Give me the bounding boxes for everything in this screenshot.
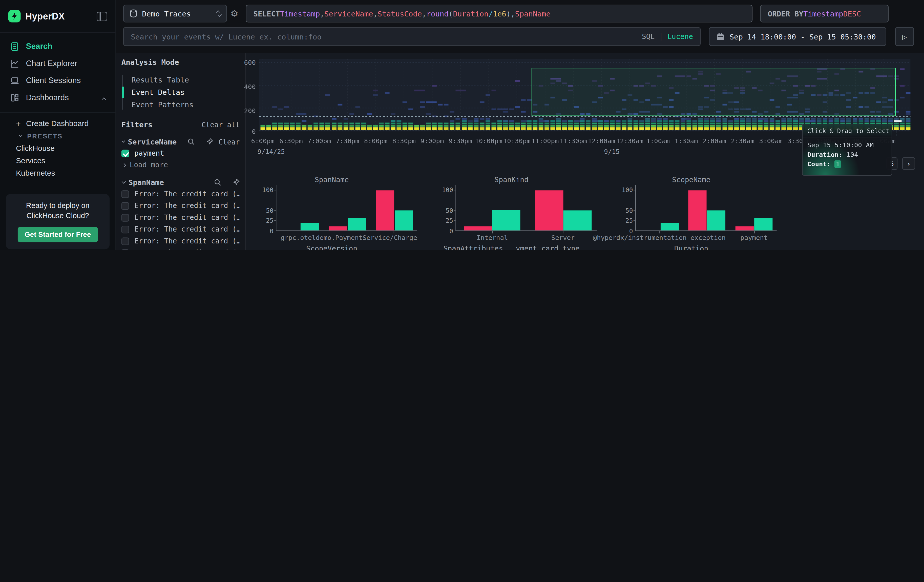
get-started-button[interactable]: Get Started for Free [17,227,98,242]
bar-pink[interactable] [688,190,707,231]
tooltip-duration: Duration: 104 [807,150,887,160]
laptop-icon [9,76,20,86]
analysis-mode-event-patterns[interactable]: Event Patterns [124,99,240,111]
filter-option-error-the-credit-card[interactable]: Error: The credit card (… [121,236,240,246]
sidebar-item-label: Dashboards [26,93,69,102]
timeline-y-tick: 200 [238,107,256,115]
sidebar: HyperDX SearchChart ExplorerClient Sessi… [0,0,116,250]
bar-green[interactable] [563,210,592,230]
bar-green[interactable] [492,210,520,231]
sidebar-item-clickhouse[interactable]: ClickHouse [0,142,116,154]
filter-option-error-the-credit-card[interactable]: Error: The credit card (… [121,200,240,211]
filter-option-label: Error: The credit card (… [134,237,240,245]
checkbox[interactable] [121,237,129,245]
tooltip-time: Sep 15 5:10:00 AM [807,141,887,150]
filter-option-payment[interactable]: payment [121,148,240,159]
plus-icon: + [16,119,21,128]
bar-green[interactable] [300,223,319,230]
bar-pink[interactable] [329,226,347,230]
next-page-button[interactable]: › [902,157,915,170]
bar-green[interactable] [395,210,413,230]
sidebar-item-client-sessions[interactable]: Client Sessions [0,72,116,89]
chart-plot [276,185,417,231]
chart-y-tick: 100 [259,186,274,193]
sidebar-item-label: Kubernetes [16,168,55,177]
analysis-mode-event-deltas[interactable]: Event Deltas [124,86,240,99]
filter-option-error-the-credit-card[interactable]: Error: The credit card (… [121,188,240,199]
sidebar-collapse-icon[interactable] [97,12,107,21]
sidebar-item-label: Chart Explorer [26,59,77,68]
analysis-mode-results-table[interactable]: Results Table [124,74,240,86]
bar-pink[interactable] [535,190,563,231]
checkbox[interactable] [121,226,129,233]
timeline-date-label: 9/15 [604,148,620,156]
checkbox[interactable] [121,214,129,221]
query-token: ( [449,9,453,18]
bar-green[interactable] [661,223,679,230]
chart-y-tick: 25 [439,217,453,224]
filter-option-error-the-credit-card[interactable]: Error: The credit card (… [121,224,240,234]
search-placeholder: Search your events w/ Lucene ex. column:… [131,32,642,41]
chart-plot [635,185,777,231]
run-query-button[interactable]: ▷ [895,27,914,46]
filter-section-servicename[interactable]: ServiceNameClear [121,137,240,147]
query-token: DESC [843,9,861,18]
clear-all-button[interactable]: Clear all [201,120,239,129]
search-icon[interactable] [182,138,195,145]
sidebar-item-chart-explorer[interactable]: Chart Explorer [0,55,116,72]
bar-green[interactable] [754,218,772,231]
filter-section-title: ServiceName [128,137,177,146]
source-select[interactable]: Demo Traces [123,5,227,23]
filter-option-error-the-credit-card[interactable]: Error: The credit card (… [121,212,240,223]
sidebar-item-create-dashboard[interactable]: +Create Dashboard [0,117,116,130]
analysis-mode-title: Analysis Mode [121,58,240,66]
bar-green[interactable] [348,218,366,231]
checkbox[interactable] [121,149,129,157]
selection-region[interactable] [531,68,896,116]
clickhouse-promo-card: Ready to deploy on ClickHouse Cloud? Get… [6,194,110,249]
load-more-button[interactable]: Load more [121,160,240,170]
filter-section-spanname[interactable]: SpanName [121,177,240,188]
search-icon[interactable] [208,179,221,186]
select-chevrons-icon [217,10,220,17]
logo-row: HyperDX [0,0,116,33]
pin-icon[interactable] [200,138,213,145]
bar-pink[interactable] [376,190,394,231]
filter-option-error-the-credit-card[interactable]: Error: The credit card (… [121,247,240,250]
language-switch[interactable]: SQL | Lucene [642,32,693,41]
chart-x-label: grpc.oteldemo.PaymentService/Charge [280,234,417,242]
checkbox[interactable] [121,249,129,250]
chart-y-tick: 100 [619,186,633,193]
pin-icon[interactable] [227,179,240,186]
date-range-picker[interactable]: Sep 14 18:00:00 - Sep 15 05:30:00 [709,27,886,46]
hyperdx-logo-icon [8,10,21,23]
sidebar-item-dashboards[interactable]: Dashboards [0,89,116,106]
gear-icon[interactable]: ⚙ [231,8,238,19]
chart-title: ScopeVersion [259,245,404,250]
doc-icon [9,41,20,51]
sidebar-item-label: ClickHouse [16,144,54,153]
bar-pink[interactable] [464,226,492,230]
sidebar-item-kubernetes[interactable]: Kubernetes [0,167,116,179]
crosshair-line [896,116,896,136]
presets-label: PRESETS [27,132,63,139]
query-token: Timestamp [803,9,843,18]
clear-filter-button[interactable]: Clear [219,138,240,146]
facet-chart-scopename: ScopeName02550100@hyperdx/instrumentatio… [619,176,799,243]
search-input[interactable]: Search your events w/ Lucene ex. column:… [123,27,701,46]
checkbox[interactable] [121,190,129,198]
presets-toggle[interactable]: PRESETS [0,130,116,142]
order-by-editor[interactable]: ORDER BY Timestamp DESC [760,5,889,23]
chevron-up-icon [103,93,106,102]
sidebar-item-search[interactable]: Search [0,38,116,55]
bar-pink[interactable] [735,226,754,230]
sql-select-editor[interactable]: SELECT Timestamp, ServiceName, StatusCod… [246,5,752,23]
query-token: SELECT [254,9,280,18]
query-token: 1e6 [493,9,506,18]
checkbox[interactable] [121,202,129,209]
tooltip-count: Count: 1 [807,160,887,169]
facet-chart-duration: Duration05102011245381376801162107019935… [619,245,799,250]
sidebar-item-services[interactable]: Services [0,154,116,167]
bar-green[interactable] [707,210,725,230]
filter-option-label: Error: The credit card (… [134,225,240,234]
